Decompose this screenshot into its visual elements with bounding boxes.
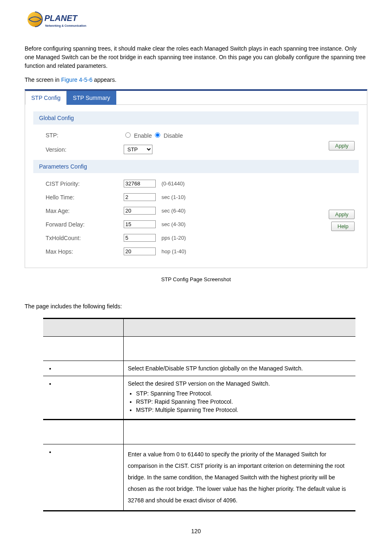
figure-link[interactable]: Figure 4-5-6 (61, 76, 92, 83)
forward-delay-input[interactable] (124, 220, 156, 228)
row-cist-desc: Enter a value from 0 to 61440 to specify… (124, 444, 356, 511)
tab-stp-summary[interactable]: STP Summary (67, 91, 116, 105)
row-version-object (55, 380, 119, 387)
max-hops-hint: hop (1-40) (161, 248, 186, 254)
row-cist-object (55, 449, 119, 455)
forward-delay-hint: sec (4-30) (161, 221, 186, 227)
brand-logo: PLANET Networking & Communication (25, 10, 367, 32)
fields-intro: The page includes the following fields: (25, 303, 367, 310)
svg-text:Networking & Communication: Networking & Communication (45, 24, 86, 28)
apply-button-global[interactable]: Apply (329, 141, 355, 150)
intro-paragraph: Before configuring spanning trees, it sh… (25, 44, 367, 70)
figure-suffix: appears. (92, 76, 116, 83)
page-number: 120 (25, 528, 367, 534)
svg-text:PLANET: PLANET (44, 14, 78, 23)
version-label: Version: (46, 146, 124, 153)
txholdcount-label: TxHoldCount: (46, 235, 124, 241)
row-stp-object (55, 365, 119, 372)
max-age-input[interactable] (124, 207, 156, 215)
max-hops-label: Max Hops: (46, 248, 124, 255)
help-button[interactable]: Help (331, 222, 355, 231)
stp-disable-radio[interactable] (155, 132, 160, 138)
forward-delay-label: Forward Delay: (46, 221, 124, 228)
max-age-hint: sec (6-40) (161, 208, 186, 214)
txholdcount-hint: pps (1-20) (161, 235, 186, 241)
parameters-config-header: Parameters Config (33, 160, 359, 173)
stp-enable-radio[interactable] (125, 132, 131, 138)
screenshot-caption: STP Config Page Screenshot (25, 276, 367, 282)
fields-table: Select Enable/Disable STP function globa… (43, 318, 355, 511)
txholdcount-input[interactable] (124, 234, 156, 242)
cist-priority-label: CIST Priority: (46, 180, 124, 187)
global-config-header: Global Config (33, 111, 359, 125)
version-item-rstp: RSTP: Rapid Spanning Tree Protocol. (136, 398, 351, 405)
row-version-lead: Select the desired STP version on the Ma… (128, 380, 351, 387)
hello-time-input[interactable] (124, 193, 156, 201)
row-stp-desc: Select Enable/Disable STP function globa… (124, 361, 356, 376)
figure-prefix: The screen in (25, 76, 61, 83)
disable-label: Disable (164, 132, 183, 139)
max-age-label: Max Age: (46, 208, 124, 214)
version-item-stp: STP: Spanning Tree Protocol. (136, 390, 351, 397)
stp-label: STP: (46, 132, 124, 139)
cist-priority-input[interactable] (124, 180, 156, 187)
version-select[interactable]: STP (124, 145, 152, 154)
hello-time-label: Hello Time: (46, 194, 124, 201)
version-item-mstp: MSTP: Multiple Spanning Tree Protocol. (136, 407, 351, 413)
max-hops-input[interactable] (124, 247, 156, 255)
figure-reference: The screen in Figure 4-5-6 appears. (25, 76, 367, 83)
hello-time-hint: sec (1-10) (161, 194, 186, 200)
apply-button-params[interactable]: Apply (329, 210, 355, 219)
tab-stp-config[interactable]: STP Config (25, 91, 67, 105)
cist-priority-hint: (0-61440) (161, 180, 184, 187)
enable-label: Enable (134, 132, 152, 139)
stp-config-panel: STP Config STP Summary Global Config STP… (25, 89, 367, 268)
